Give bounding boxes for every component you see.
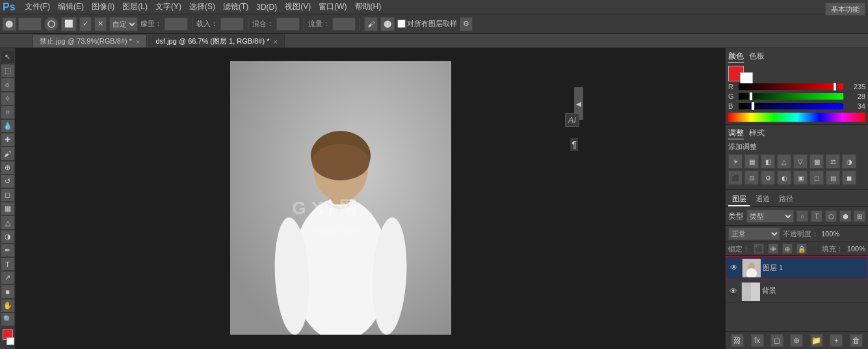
r-channel-bar[interactable] xyxy=(739,83,843,90)
menu-layer[interactable]: 图层(L) xyxy=(118,1,151,12)
channels-tab[interactable]: 通道 xyxy=(752,193,774,206)
eyedropper-tool[interactable]: 💧 xyxy=(1,120,14,132)
menu-view[interactable]: 视图(V) xyxy=(281,1,315,12)
lock-all-btn[interactable]: 🔒 xyxy=(796,244,807,254)
magic-wand-tool[interactable]: ✧ xyxy=(1,92,14,105)
gradient-map-icon[interactable]: ▤ xyxy=(826,171,840,185)
vibrance-icon[interactable]: ▽ xyxy=(793,154,808,169)
photo-filter-icon[interactable]: ⬛ xyxy=(728,171,743,185)
all-layers-checkbox[interactable] xyxy=(397,20,406,28)
add-link-btn[interactable]: ⛓ xyxy=(731,334,744,347)
clone-tool[interactable]: ⊕ xyxy=(1,161,14,174)
brush-preset-btn[interactable]: ⬤ xyxy=(3,18,16,31)
gradient-tool[interactable]: ▦ xyxy=(1,202,14,215)
path-select-tool[interactable]: ↗ xyxy=(1,272,14,284)
paths-tab[interactable]: 路径 xyxy=(775,193,797,206)
layer-0-visibility[interactable]: 👁 xyxy=(729,262,739,273)
mix-input[interactable]: 90% xyxy=(276,18,300,31)
menu-3d[interactable]: 3D(D) xyxy=(252,3,281,12)
menu-image[interactable]: 图像(I) xyxy=(88,1,118,12)
settings-btn[interactable]: ⚙ xyxy=(460,17,473,31)
layer-filter-icon-3[interactable]: ⬡ xyxy=(825,210,837,222)
workspace-button[interactable]: 基本功能 xyxy=(825,3,865,16)
threshold-icon[interactable]: ◻ xyxy=(809,171,824,185)
brush-size-input[interactable]: 70 xyxy=(18,18,42,31)
delete-layer-btn[interactable]: 🗑 xyxy=(850,334,863,347)
pen-tool[interactable]: ✒ xyxy=(1,244,14,257)
layers-tab[interactable]: 图层 xyxy=(728,193,750,206)
b-thumb[interactable] xyxy=(751,102,755,111)
eye-icon-1[interactable]: 👁 xyxy=(730,286,737,296)
exposure-icon[interactable]: △ xyxy=(777,154,791,169)
g-channel-bar[interactable] xyxy=(739,93,843,100)
layer-item-1[interactable]: 👁 背景 xyxy=(726,279,868,303)
close-tab-1[interactable]: × xyxy=(273,38,277,46)
layer-filter-icon-1[interactable]: ○ xyxy=(796,210,808,222)
opacity-input[interactable]: 80% xyxy=(164,18,188,31)
layer-filter-icon-2[interactable]: T xyxy=(811,210,822,222)
layer-filter-icon-5[interactable]: ⊞ xyxy=(854,210,865,222)
dodge-tool[interactable]: ◑ xyxy=(1,230,14,243)
color-tab[interactable]: 颜色 xyxy=(728,51,744,63)
color-lookup-icon[interactable]: ⚙ xyxy=(761,171,775,185)
tab-1[interactable]: dsf.jpg @ 66.7% (图层 1, RGB/8#) * × xyxy=(148,35,284,48)
lock-pixels-btn[interactable]: ⬛ xyxy=(754,244,764,254)
posterize-icon[interactable]: ▣ xyxy=(793,171,808,185)
history-tool[interactable]: ↺ xyxy=(1,175,14,188)
blend-mode-select[interactable]: 自定 xyxy=(109,17,138,31)
add-style-btn[interactable]: fx xyxy=(751,334,764,347)
layer-item-0[interactable]: 👁 图层 1 xyxy=(726,256,868,279)
menu-help[interactable]: 帮助(H) xyxy=(351,1,386,12)
rate-input[interactable]: 100% xyxy=(332,18,356,31)
layer-type-select[interactable]: 类型 xyxy=(746,210,794,223)
hsl-icon[interactable]: ▩ xyxy=(809,154,824,169)
spectrum-bar[interactable] xyxy=(728,113,865,122)
menu-file[interactable]: 文件(F) xyxy=(21,1,54,12)
all-layers-check[interactable]: 对所有图层取样 xyxy=(397,19,457,29)
menu-text[interactable]: 文字(Y) xyxy=(151,1,185,12)
brush-btn-2[interactable]: ⬤ xyxy=(380,17,395,31)
zoom-tool[interactable]: 🔍 xyxy=(1,313,14,326)
lock-position-btn[interactable]: ✙ xyxy=(768,244,778,254)
g-thumb[interactable] xyxy=(749,92,753,101)
move-tool[interactable]: ↖ xyxy=(1,51,14,63)
canvas-area[interactable]: G X / 网 system.com ◀ AI ¶ xyxy=(16,48,725,349)
eraser-tool[interactable]: ◻ xyxy=(1,189,14,201)
menu-edit[interactable]: 编辑(E) xyxy=(54,1,88,12)
invert-icon[interactable]: ◐ xyxy=(777,171,791,185)
brightness-icon[interactable]: ☀ xyxy=(728,154,743,169)
hand-tool[interactable]: ✋ xyxy=(1,300,14,312)
eye-icon-0[interactable]: 👁 xyxy=(730,263,738,272)
new-group-btn[interactable]: 📁 xyxy=(810,334,823,347)
lock-artboard-btn[interactable]: ⊕ xyxy=(782,244,793,254)
curves-icon[interactable]: ◧ xyxy=(761,154,775,169)
blend-mode-dropdown[interactable]: 正常 xyxy=(728,227,780,240)
marquee-tool[interactable]: ⬚ xyxy=(1,64,14,77)
r-thumb[interactable] xyxy=(833,82,837,91)
bw-icon[interactable]: ◑ xyxy=(842,154,856,169)
brush-tool[interactable]: 🖌 xyxy=(1,147,14,160)
color-balance-icon[interactable]: ⚖ xyxy=(826,154,840,169)
close-tab-0[interactable]: × xyxy=(136,38,140,46)
brush-toggle-1[interactable]: ⬜ xyxy=(61,17,77,31)
flow-input[interactable]: 75% xyxy=(220,18,244,31)
menu-select[interactable]: 选择(S) xyxy=(185,1,219,12)
crop-tool[interactable]: ⌗ xyxy=(1,106,14,119)
healing-tool[interactable]: ✚ xyxy=(1,133,14,146)
adjust-tab[interactable]: 调整 xyxy=(728,128,744,139)
new-adjustment-btn[interactable]: ⊕ xyxy=(790,334,803,347)
new-layer-btn[interactable]: + xyxy=(830,334,843,347)
menu-filter[interactable]: 滤镜(T) xyxy=(219,1,252,12)
tab-0[interactable]: 禁止.jpg @ 73.9%(RGB/8#) * × xyxy=(33,35,147,48)
brush-btn-1[interactable]: 🖌 xyxy=(364,17,378,31)
bg-color-swatch[interactable] xyxy=(7,337,14,345)
brush-toggle-3[interactable]: ✕ xyxy=(94,17,107,31)
menu-window[interactable]: 窗口(W) xyxy=(315,1,350,12)
blur-tool[interactable]: △ xyxy=(1,216,14,229)
layer-filter-icon-4[interactable]: ⬢ xyxy=(839,210,851,222)
style-tab[interactable]: 样式 xyxy=(749,128,765,139)
shape-tool[interactable]: ■ xyxy=(1,285,14,298)
text-tool[interactable]: T xyxy=(1,258,14,270)
selective-color-icon[interactable]: ◼ xyxy=(842,171,856,185)
layer-1-visibility[interactable]: 👁 xyxy=(728,286,739,296)
